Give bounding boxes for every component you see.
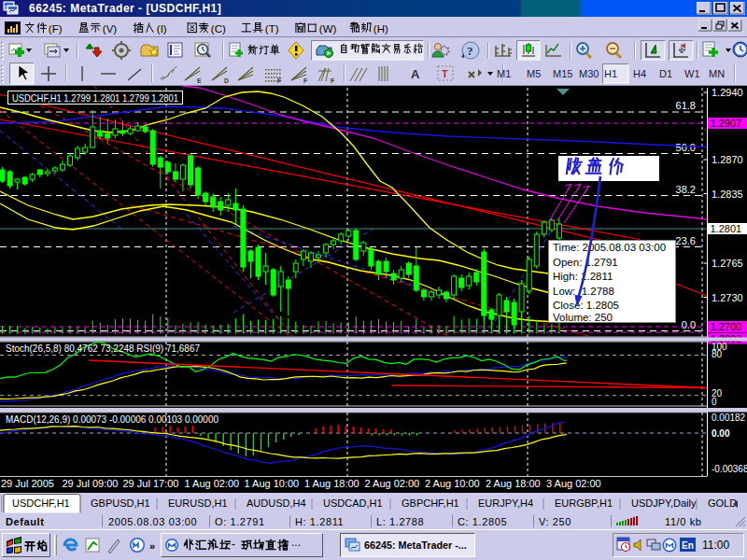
svg-text:En: En [682, 540, 694, 551]
